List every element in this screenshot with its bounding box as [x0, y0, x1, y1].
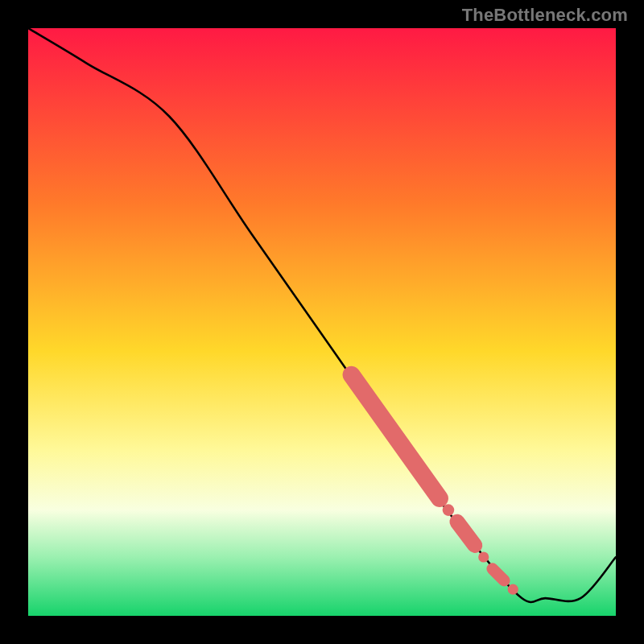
chart-svg — [28, 28, 616, 616]
plot-area — [28, 28, 616, 616]
highlight-segment — [493, 569, 505, 581]
gradient-background — [28, 28, 616, 616]
highlight-dot — [443, 504, 455, 516]
highlight-dot — [478, 551, 489, 562]
chart-frame: TheBottleneck.com — [0, 0, 644, 644]
watermark-text: TheBottleneck.com — [462, 5, 628, 26]
highlight-dot — [508, 584, 518, 595]
